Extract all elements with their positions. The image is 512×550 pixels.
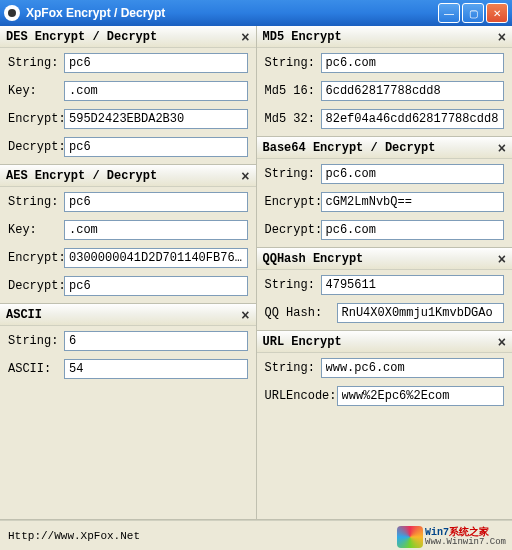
url-encode-input[interactable] bbox=[337, 386, 505, 406]
base64-string-label: String: bbox=[265, 167, 321, 181]
des-encrypt-input[interactable] bbox=[64, 109, 248, 129]
base64-panel-header: Base64 Encrypt / Decrypt × bbox=[257, 137, 513, 159]
md5-panel-close-icon[interactable]: × bbox=[498, 29, 506, 45]
md5-panel: MD5 Encrypt × String: Md5 16: Md5 32: bbox=[257, 26, 513, 137]
md5-16-label: Md5 16: bbox=[265, 84, 321, 98]
base64-encrypt-input[interactable] bbox=[321, 192, 505, 212]
url-panel-close-icon[interactable]: × bbox=[498, 334, 506, 350]
qqhash-string-label: String: bbox=[265, 278, 321, 292]
des-encrypt-label: Encrypt: bbox=[8, 112, 64, 126]
aes-panel-close-icon[interactable]: × bbox=[241, 168, 249, 184]
aes-encrypt-label: Encrypt: bbox=[8, 251, 64, 265]
aes-panel: AES Encrypt / Decrypt × String: Key: Enc… bbox=[0, 165, 256, 304]
close-button[interactable]: ✕ bbox=[486, 3, 508, 23]
base64-string-input[interactable] bbox=[321, 164, 505, 184]
left-column: DES Encrypt / Decrypt × String: Key: Enc… bbox=[0, 26, 257, 520]
aes-key-input[interactable] bbox=[64, 220, 248, 240]
md5-panel-title: MD5 Encrypt bbox=[263, 30, 498, 44]
qqhash-panel-close-icon[interactable]: × bbox=[498, 251, 506, 267]
md5-string-label: String: bbox=[265, 56, 321, 70]
ascii-panel-header: ASCII × bbox=[0, 304, 256, 326]
ascii-panel-close-icon[interactable]: × bbox=[241, 307, 249, 323]
des-decrypt-label: Decrypt: bbox=[8, 140, 64, 154]
url-panel-title: URL Encrypt bbox=[263, 335, 498, 349]
window-buttons: — ▢ ✕ bbox=[438, 3, 508, 23]
des-string-label: String: bbox=[8, 56, 64, 70]
ascii-value-label: ASCII: bbox=[8, 362, 64, 376]
window-title: XpFox Encrypt / Decrypt bbox=[26, 6, 438, 20]
aes-decrypt-input[interactable] bbox=[64, 276, 248, 296]
windows-logo-icon bbox=[397, 526, 423, 548]
qqhash-panel: QQHash Encrypt × String: QQ Hash: bbox=[257, 248, 513, 331]
des-key-label: Key: bbox=[8, 84, 64, 98]
content-area: DES Encrypt / Decrypt × String: Key: Enc… bbox=[0, 26, 512, 520]
url-string-label: String: bbox=[265, 361, 321, 375]
base64-decrypt-label: Decrypt: bbox=[265, 223, 321, 237]
md5-16-input[interactable] bbox=[321, 81, 505, 101]
aes-panel-title: AES Encrypt / Decrypt bbox=[6, 169, 241, 183]
ascii-panel: ASCII × String: ASCII: bbox=[0, 304, 256, 520]
aes-string-input[interactable] bbox=[64, 192, 248, 212]
des-panel: DES Encrypt / Decrypt × String: Key: Enc… bbox=[0, 26, 256, 165]
base64-encrypt-label: Encrypt: bbox=[265, 195, 321, 209]
url-panel: URL Encrypt × String: URLEncode: bbox=[257, 331, 513, 520]
des-panel-close-icon[interactable]: × bbox=[241, 29, 249, 45]
watermark: Win7系统之家 Www.Winwin7.Com bbox=[397, 526, 506, 548]
des-string-input[interactable] bbox=[64, 53, 248, 73]
des-decrypt-input[interactable] bbox=[64, 137, 248, 157]
titlebar: XpFox Encrypt / Decrypt — ▢ ✕ bbox=[0, 0, 512, 26]
des-panel-header: DES Encrypt / Decrypt × bbox=[0, 26, 256, 48]
md5-32-label: Md5 32: bbox=[265, 112, 321, 126]
qqhash-panel-title: QQHash Encrypt bbox=[263, 252, 498, 266]
maximize-button[interactable]: ▢ bbox=[462, 3, 484, 23]
ascii-value-input[interactable] bbox=[64, 359, 248, 379]
base64-decrypt-input[interactable] bbox=[321, 220, 505, 240]
status-url: Http://Www.XpFox.Net bbox=[8, 530, 140, 542]
url-string-input[interactable] bbox=[321, 358, 505, 378]
qqhash-string-input[interactable] bbox=[321, 275, 505, 295]
md5-string-input[interactable] bbox=[321, 53, 505, 73]
ascii-string-input[interactable] bbox=[64, 331, 248, 351]
aes-encrypt-input[interactable] bbox=[64, 248, 248, 268]
statusbar: Http://Www.XpFox.Net Win7系统之家 Www.Winwin… bbox=[0, 520, 512, 550]
base64-panel: Base64 Encrypt / Decrypt × String: Encry… bbox=[257, 137, 513, 248]
app-icon bbox=[4, 5, 20, 21]
qqhash-hash-label: QQ Hash: bbox=[265, 306, 337, 320]
aes-string-label: String: bbox=[8, 195, 64, 209]
url-panel-header: URL Encrypt × bbox=[257, 331, 513, 353]
qqhash-panel-header: QQHash Encrypt × bbox=[257, 248, 513, 270]
url-encode-label: URLEncode: bbox=[265, 389, 337, 403]
md5-32-input[interactable] bbox=[321, 109, 505, 129]
md5-panel-header: MD5 Encrypt × bbox=[257, 26, 513, 48]
minimize-button[interactable]: — bbox=[438, 3, 460, 23]
aes-panel-header: AES Encrypt / Decrypt × bbox=[0, 165, 256, 187]
ascii-panel-title: ASCII bbox=[6, 308, 241, 322]
base64-panel-close-icon[interactable]: × bbox=[498, 140, 506, 156]
ascii-string-label: String: bbox=[8, 334, 64, 348]
qqhash-hash-input[interactable] bbox=[337, 303, 505, 323]
aes-key-label: Key: bbox=[8, 223, 64, 237]
right-column: MD5 Encrypt × String: Md5 16: Md5 32: Ba… bbox=[257, 26, 513, 520]
base64-panel-title: Base64 Encrypt / Decrypt bbox=[263, 141, 498, 155]
aes-decrypt-label: Decrypt: bbox=[8, 279, 64, 293]
des-panel-title: DES Encrypt / Decrypt bbox=[6, 30, 241, 44]
des-key-input[interactable] bbox=[64, 81, 248, 101]
watermark-site: Www.Winwin7.Com bbox=[425, 538, 506, 548]
